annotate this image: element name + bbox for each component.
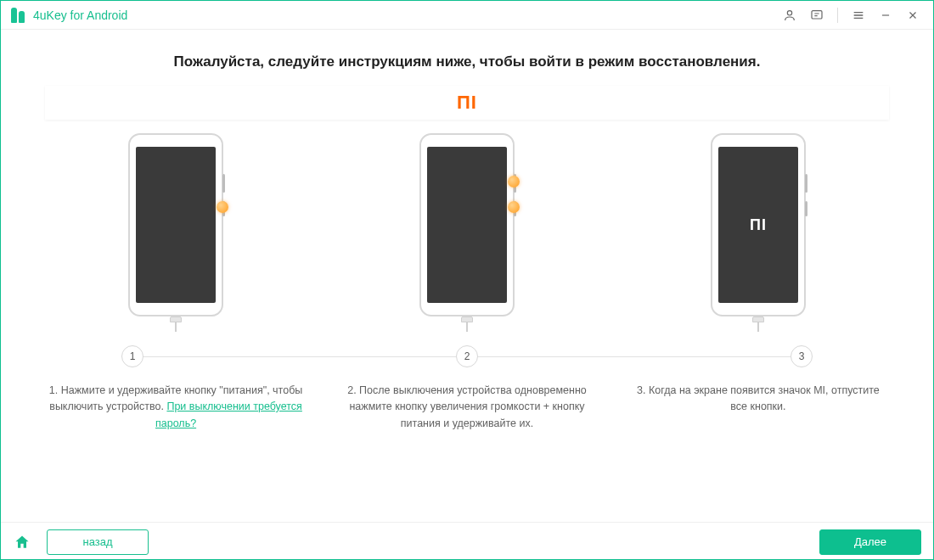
step-number-3: 3 (791, 345, 813, 367)
footer: назад Далее (1, 522, 933, 560)
page-headline: Пожалуйста, следуйте инструкциям ниже, ч… (45, 53, 889, 70)
highlight-power-icon (217, 201, 228, 213)
captions-row: 1. Нажмите и удерживайте кнопку "питания… (45, 383, 889, 432)
brand-banner: ПI (45, 86, 889, 120)
step-1 (45, 133, 307, 316)
usb-cable-icon (169, 316, 183, 332)
back-button[interactable]: назад (47, 529, 149, 555)
step-rail: 1 2 3 (45, 344, 889, 369)
step-number-1: 1 (121, 345, 143, 367)
step-3: ПI (627, 133, 889, 316)
step-caption-3: 3. Когда на экране появится значок MI, о… (627, 383, 889, 432)
volume-button-icon (805, 201, 807, 216)
app-logo-icon (11, 8, 26, 23)
minimize-icon[interactable] (874, 3, 897, 27)
app-title: 4uKey for Android (33, 8, 127, 22)
phone-illustration (419, 133, 515, 316)
highlight-power-icon (508, 176, 520, 188)
home-icon[interactable] (13, 533, 31, 552)
mi-boot-logo-icon: ПI (750, 216, 767, 234)
step-caption-2: 2. После выключения устройства одновреме… (336, 383, 598, 432)
next-button[interactable]: Далее (819, 529, 921, 555)
close-icon[interactable] (901, 3, 925, 27)
account-icon[interactable] (778, 3, 802, 27)
svg-rect-1 (812, 10, 822, 18)
separator (837, 8, 838, 23)
svg-point-0 (787, 10, 791, 14)
titlebar-buttons (778, 3, 925, 27)
phone-illustration (128, 133, 223, 316)
main-content: Пожалуйста, следуйте инструкциям ниже, ч… (1, 30, 933, 522)
steps-row: ПI (45, 123, 889, 316)
mi-logo-icon: ПI (457, 92, 477, 114)
phone-illustration: ПI (711, 133, 806, 316)
menu-icon[interactable] (847, 3, 870, 27)
power-button-icon (805, 174, 807, 193)
power-button-icon (222, 174, 225, 193)
step-caption-1: 1. Нажмите и удерживайте кнопку "питания… (45, 383, 307, 432)
feedback-icon[interactable] (805, 3, 829, 27)
usb-cable-icon (751, 316, 765, 332)
step-number-2: 2 (456, 345, 478, 367)
password-required-link[interactable]: При выключении требуется пароль? (155, 400, 302, 428)
titlebar: 4uKey for Android (1, 1, 933, 30)
usb-cable-icon (460, 316, 474, 332)
highlight-volume-icon (508, 201, 520, 213)
step-2 (336, 133, 598, 316)
